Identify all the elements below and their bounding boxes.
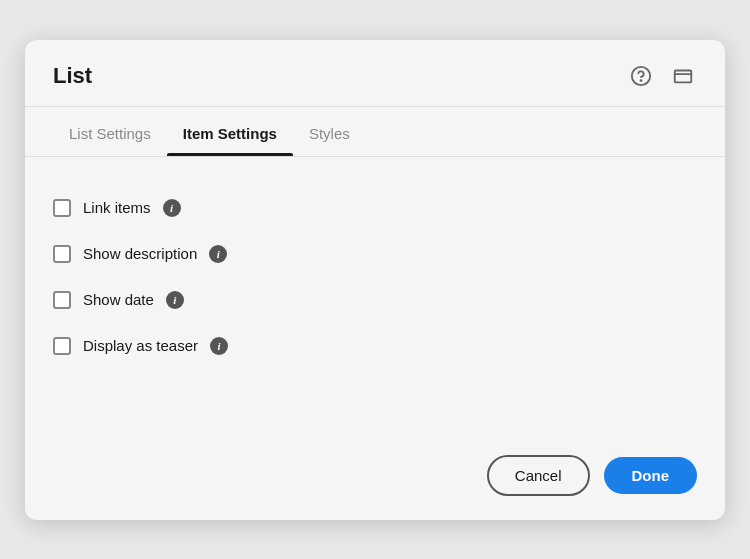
option-row-show-date: Show date i — [53, 277, 697, 323]
option-row-display-as-teaser: Display as teaser i — [53, 323, 697, 369]
tab-item-settings[interactable]: Item Settings — [167, 107, 293, 156]
label-link-items: Link items — [83, 199, 151, 216]
label-show-description: Show description — [83, 245, 197, 262]
tabs: List Settings Item Settings Styles — [25, 107, 725, 157]
done-button[interactable]: Done — [604, 457, 698, 494]
cancel-button[interactable]: Cancel — [487, 455, 590, 496]
dialog-header: List — [25, 40, 725, 107]
expand-icon[interactable] — [669, 62, 697, 90]
checkbox-link-items[interactable] — [53, 199, 71, 217]
help-icon[interactable] — [627, 62, 655, 90]
tab-styles[interactable]: Styles — [293, 107, 366, 156]
svg-rect-2 — [675, 70, 692, 82]
info-icon-show-date[interactable]: i — [166, 291, 184, 309]
checkbox-show-date[interactable] — [53, 291, 71, 309]
info-icon-link-items[interactable]: i — [163, 199, 181, 217]
info-icon-display-as-teaser[interactable]: i — [210, 337, 228, 355]
header-icons — [627, 62, 697, 90]
checkbox-display-as-teaser[interactable] — [53, 337, 71, 355]
dialog: List List Settings Item Settings — [25, 40, 725, 520]
option-row-link-items: Link items i — [53, 185, 697, 231]
dialog-title: List — [53, 63, 92, 89]
label-display-as-teaser: Display as teaser — [83, 337, 198, 354]
tab-list-settings[interactable]: List Settings — [53, 107, 167, 156]
label-show-date: Show date — [83, 291, 154, 308]
checkbox-show-description[interactable] — [53, 245, 71, 263]
option-row-show-description: Show description i — [53, 231, 697, 277]
content-area: Link items i Show description i Show dat… — [25, 157, 725, 437]
info-icon-show-description[interactable]: i — [209, 245, 227, 263]
dialog-footer: Cancel Done — [25, 437, 725, 520]
